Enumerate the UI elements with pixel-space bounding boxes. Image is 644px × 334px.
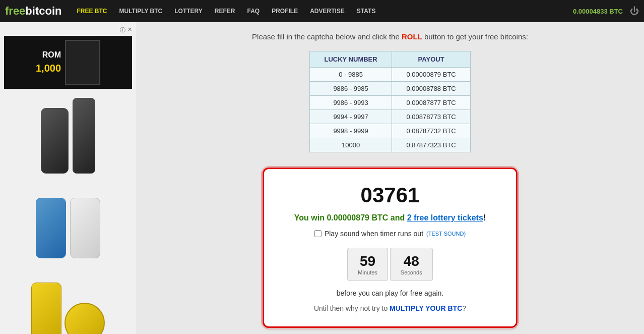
nav-faq[interactable]: FAQ	[242, 6, 265, 17]
left-ad-panel: ⓘ ✕ ROM 1,000 Nokia Phones	[0, 22, 136, 334]
navbar: freebitcoin FREE BTC MULTIPLY BTC LOTTER…	[0, 0, 644, 22]
timer-seconds-box: 48 Seconds	[390, 248, 433, 281]
ad-close-icon[interactable]: ✕	[127, 26, 132, 34]
phone-camera	[65, 303, 105, 334]
phone-yellow	[31, 283, 61, 334]
win-text: You win 0.00000879 BTC and 2 free lotter…	[294, 213, 486, 222]
nav-lottery[interactable]: LOTTERY	[169, 6, 208, 17]
roll-word: ROLL	[402, 32, 422, 41]
multiply-link[interactable]: MULTIPLY YOUR BTC	[390, 304, 462, 312]
table-row: 9998 - 99990.08787732 BTC	[310, 124, 471, 138]
sound-row: Play sound when timer runs out (TEST SOU…	[294, 230, 486, 238]
phone-blue	[36, 198, 66, 258]
instruction-after: button to get your free bitcoins:	[422, 32, 528, 41]
nav-balance: 0.00004833 BTC	[573, 8, 623, 15]
instruction-before: Please fill in the captcha below and cli…	[252, 32, 402, 41]
payout-value: 0.08787732 BTC	[392, 124, 471, 138]
ad-phones-1	[8, 93, 128, 174]
multiply-text: Until then why not try to MULTIPLY YOUR …	[294, 304, 486, 312]
table-row: 9886 - 99850.00008788 BTC	[310, 82, 471, 96]
nav-links: FREE BTC MULTIPLY BTC LOTTERY REFER FAQ …	[72, 6, 573, 17]
table-row: 9994 - 99970.00878773 BTC	[310, 110, 471, 124]
nav-refer[interactable]: REFER	[210, 6, 240, 17]
before-text: before you can play for free again.	[294, 289, 486, 297]
timer-minutes-label: Minutes	[358, 269, 377, 275]
phone-white	[70, 198, 100, 258]
lucky-range: 9986 - 9993	[310, 96, 392, 110]
timer-seconds-value: 48	[401, 253, 422, 269]
ad-rom-text: ROM 1,000	[36, 49, 65, 75]
lottery-link[interactable]: 2 free lottery tickets	[407, 213, 483, 222]
nav-free-btc[interactable]: FREE BTC	[72, 6, 112, 17]
until-text-after: ?	[462, 304, 466, 312]
nav-advertise[interactable]: ADVERTISE	[305, 6, 350, 17]
lucky-number-header: LUCKY NUMBER	[310, 51, 392, 68]
phone-dark-1	[41, 108, 69, 174]
payout-value: 0.87877323 BTC	[392, 138, 471, 152]
ad-black-rect	[65, 40, 100, 85]
logo-free: free	[5, 5, 25, 17]
lucky-range: 9886 - 9985	[310, 82, 392, 96]
lucky-table: LUCKY NUMBER PAYOUT 0 - 98850.00000879 B…	[309, 51, 471, 152]
lucky-range: 9998 - 9999	[310, 124, 392, 138]
table-row: 0 - 98850.00000879 BTC	[310, 68, 471, 82]
lucky-range: 10000	[310, 138, 392, 152]
ad-rom-amount: 1,000	[36, 61, 61, 75]
payout-value: 0.00008788 BTC	[392, 82, 471, 96]
timer-seconds-label: Seconds	[401, 269, 422, 275]
sound-checkbox[interactable]	[314, 230, 321, 237]
payout-value: 0.00087877 BTC	[392, 96, 471, 110]
payout-value: 0.00878773 BTC	[392, 110, 471, 124]
payout-value: 0.00000879 BTC	[392, 68, 471, 82]
main-container: ⓘ ✕ ROM 1,000 Nokia Phones	[0, 22, 644, 334]
result-number: 03761	[294, 183, 486, 207]
nav-profile[interactable]: PROFILE	[267, 6, 303, 17]
ad-rom-label: ROM	[36, 49, 61, 61]
timer-minutes-value: 59	[358, 253, 377, 269]
ad-phones-2	[8, 178, 128, 258]
payout-header: PAYOUT	[392, 51, 471, 68]
result-box: 03761 You win 0.00000879 BTC and 2 free …	[263, 168, 518, 328]
timer-row: 59 Minutes 48 Seconds	[294, 248, 486, 281]
win-exclaim: !	[483, 213, 486, 222]
table-row: 100000.87877323 BTC	[310, 138, 471, 152]
content-area: Please fill in the captcha below and cli…	[136, 22, 644, 334]
nav-stats[interactable]: STATS	[352, 6, 381, 17]
ad-banner-top: ROM 1,000	[4, 36, 132, 89]
nav-multiply-btc[interactable]: MULTIPLY BTC	[114, 6, 167, 17]
logo[interactable]: freebitcoin	[5, 5, 61, 18]
instruction-text: Please fill in the captcha below and cli…	[151, 32, 629, 41]
lucky-table-wrapper: LUCKY NUMBER PAYOUT 0 - 98850.00000879 B…	[151, 51, 629, 152]
power-icon[interactable]: ⏻	[630, 6, 639, 17]
test-sound-link[interactable]: (TEST SOUND)	[426, 231, 466, 237]
win-text-before: You win 0.00000879 BTC and	[294, 213, 407, 222]
result-box-wrapper: 03761 You win 0.00000879 BTC and 2 free …	[151, 168, 629, 328]
lucky-range: 0 - 9885	[310, 68, 392, 82]
phone-dark-2	[73, 98, 95, 174]
timer-minutes-box: 59 Minutes	[347, 248, 388, 281]
until-text-before: Until then why not try to	[314, 304, 390, 312]
ad-info-icon[interactable]: ⓘ	[120, 26, 125, 34]
sound-label: Play sound when timer runs out	[325, 230, 423, 238]
table-row: 9986 - 99930.00087877 BTC	[310, 96, 471, 110]
ad-close-bar: ⓘ ✕	[4, 26, 132, 34]
lucky-range: 9994 - 9997	[310, 110, 392, 124]
logo-bitcoin: bitcoin	[25, 5, 61, 17]
ad-phones-3	[8, 262, 128, 334]
